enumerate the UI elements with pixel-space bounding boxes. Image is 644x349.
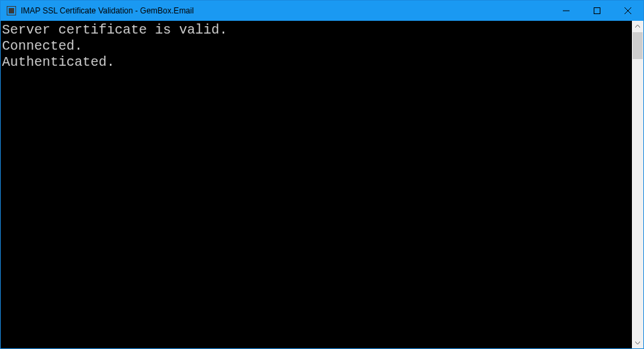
scrollbar-down-button[interactable] [632,337,643,348]
titlebar[interactable]: IMAP SSL Certificate Validation - GemBox… [1,1,643,21]
console-line: Server certificate is valid. [2,22,632,38]
window: IMAP SSL Certificate Validation - GemBox… [0,0,644,349]
client-area: Server certificate is valid.Connected.Au… [1,21,643,348]
close-button[interactable] [612,1,643,21]
minimize-button[interactable] [551,1,582,21]
minimize-icon [563,7,570,14]
scrollbar-thumb[interactable] [633,32,643,59]
chevron-down-icon [635,340,641,346]
svg-rect-3 [594,8,600,14]
console-line: Connected. [2,38,632,54]
app-icon [6,5,17,16]
console-output: Server certificate is valid.Connected.Au… [1,21,632,348]
vertical-scrollbar[interactable] [632,21,643,348]
console-line: Authenticated. [2,54,632,70]
close-icon [625,7,631,14]
scrollbar-track[interactable] [632,32,643,337]
svg-rect-1 [9,8,14,13]
chevron-up-icon [635,23,641,30]
maximize-icon [594,7,600,14]
maximize-button[interactable] [582,1,612,21]
scrollbar-up-button[interactable] [632,21,643,32]
window-title: IMAP SSL Certificate Validation - GemBox… [21,6,194,15]
